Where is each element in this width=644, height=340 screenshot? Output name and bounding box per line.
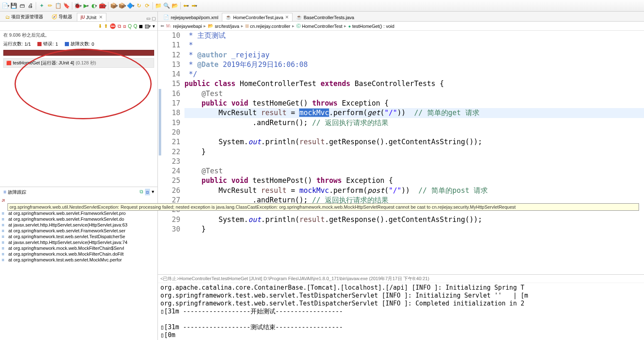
stack-frame[interactable]: ≡at org.springframework.test.web.servlet… [2,257,156,263]
breadcrumb-project[interactable]: M↓ rejiejaywebapi [166,24,202,29]
method-icon: ● [348,24,351,29]
next-failure-icon[interactable]: ⬇ [98,23,102,29]
coverage-icon[interactable]: ◐▾ [91,2,98,10]
tab-label: 导航器 [59,14,72,20]
left-view-tabs: 🗂 项目资源管理器 🧭 导航器 jU JUnit ✕ ▭ ▢ [0,12,157,22]
console-output[interactable]: org.apache.catalina.core.ContainerBase.[… [158,283,644,340]
maximize-icon[interactable]: ▢ [152,16,156,21]
code-content[interactable]: * 主页测试 * * @author _rejeijay * @Date 201… [184,31,644,274]
failures-value: 0 [92,42,94,47]
filter-icon[interactable]: ⧈ [145,189,150,195]
minimize-icon[interactable]: ▭ [146,16,150,21]
close-icon[interactable]: ✕ [285,15,289,20]
test-result-item[interactable]: 🟥 testHomeGet [运行器: JUnit 4] (0.128 秒) [3,58,154,68]
compare-icon[interactable]: ⧉ [140,189,143,195]
stack-frame-icon: ≡ [2,257,7,262]
failure-trace-header: ≡ 故障跟踪 ⧉ ⧈ ▾ [0,187,157,197]
new-icon[interactable]: 📄▾ [2,2,9,10]
stack-icon: ≡ [3,189,6,195]
breadcrumb-method[interactable]: ● testHomeGet() : void [348,24,394,29]
type-icon[interactable]: 🔷▾ [127,2,134,10]
tab-label: 项目资源管理器 [11,14,43,20]
package-icon[interactable]: 📦▾ [118,2,126,10]
refresh-icon[interactable]: ⟳ [143,2,151,10]
launch-icon[interactable]: 📦▾ [110,2,118,10]
rerun-icon[interactable]: ⧉ [118,23,121,29]
save-icon[interactable]: 💾 [10,2,17,10]
save-all-icon[interactable]: 🗃 [18,2,26,10]
layout-icon[interactable]: ▤▾ [145,23,151,29]
run-icon[interactable]: ▶▾ [82,2,90,10]
right-panel: 📄 rejiejaywebapi/pom.xml ☕ HomeControlle… [158,12,644,340]
print-icon[interactable]: 🖨 [27,2,34,10]
rerun-failed-icon[interactable]: ⧈ [123,23,126,29]
breadcrumb-package[interactable]: ⊞ cn.rejiejay.controller [245,23,290,29]
console-title: HomeControllerTest.testHomeGet [JUnit] D… [179,276,429,282]
tab-junit[interactable]: jU JUnit ✕ [77,13,106,21]
bookmark-icon[interactable]: 🔖 [63,2,70,10]
stack-frame[interactable]: ≡at org.springframework.web.servlet.Fram… [2,228,156,234]
debug-icon[interactable]: 🐞▾ [74,2,81,10]
class-icon: Ⓒ [296,23,301,29]
tab-project-explorer[interactable]: 🗂 项目资源管理器 [2,12,47,21]
collapse-icon[interactable]: ▾ [152,189,154,195]
prev-failure-icon[interactable]: ⬆ [104,23,108,29]
back-icon[interactable]: ⬅ [160,23,164,29]
junit-status: 在 9.036 秒之后完成。 [0,31,157,39]
forward-icon[interactable]: ➡▾ [191,2,198,10]
stack-frame-icon: ≡ [2,251,7,256]
show-failures-icon[interactable]: Q [128,23,132,29]
test-name: testHomeGet [运行器: JUnit 4] [13,60,74,66]
search-icon[interactable]: ✦ [38,2,45,10]
errors-label: 错误: [43,41,54,47]
stack-frame-icon: ≡ [2,217,7,222]
close-icon[interactable]: ✕ [99,15,103,20]
sync-icon[interactable]: ↻ [135,2,143,10]
junit-counters: 运行次数: 1/1 错误: 1 故障次数: 0 [0,39,157,48]
find-icon[interactable]: 🔍 [163,2,170,10]
editor-tab-pom[interactable]: 📄 rejiejaywebapi/pom.xml [160,13,222,21]
stop-icon[interactable]: ⛔ [110,23,116,29]
main-toolbar: 📄▾ 💾 🗃 🖨 ✦ ✏ 📋 🔖 🐞▾ ▶▾ ◐▾ 🧰▾ 📦▾ 📦▾ 🔷▾ ↻ … [0,0,644,12]
left-panel: 🗂 项目资源管理器 🧭 导航器 jU JUnit ✕ ▭ ▢ ⬇ ⬆ [0,12,158,340]
source-folder-icon: 📂 [208,23,214,29]
stack-frame[interactable]: ≡at org.springframework.web.servlet.Fram… [2,216,156,222]
breadcrumb-src[interactable]: 📂 src/test/java [208,23,239,29]
external-icon[interactable]: 🧰▾ [99,2,106,10]
runs-label: 运行次数: [3,41,23,47]
stack-frame[interactable]: ≡at org.springframework.mock.web.MockFil… [2,251,156,257]
menu-icon[interactable]: ▾ [152,23,155,29]
pin-icon[interactable]: ◼ [139,23,143,29]
folder-icon: 🗂 [5,15,10,20]
editor-tab-home-controller-test[interactable]: ☕ HomeControllerTest.java ✕ [222,13,292,21]
tab-label: rejiejaywebapi/pom.xml [171,15,218,20]
breadcrumb-class[interactable]: Ⓒ HomeControllerTest [296,23,342,29]
stack-frame[interactable]: ≡at org.springframework.web.servlet.Fram… [2,210,156,216]
exception-icon: J! [2,198,7,202]
compass-icon: 🧭 [52,14,57,20]
highlight-icon[interactable]: ✏ [46,2,54,10]
console-panel: <已终止> HomeControllerTest.testHomeGet [JU… [158,274,644,340]
junit-progress-bar [3,50,154,56]
note-icon[interactable]: 📋 [54,2,62,10]
stack-frame[interactable]: ≡at org.springframework.test.web.servlet… [2,234,156,239]
stack-frame-icon: ≡ [2,222,7,227]
tab-navigator[interactable]: 🧭 导航器 [48,12,76,21]
stack-frame-icon: ≡ [2,211,7,216]
folder-icon[interactable]: 📁 [155,2,162,10]
open-icon[interactable]: 📂 [171,2,179,10]
stack-frame[interactable]: ≡at javax.servlet.http.HttpServlet.servi… [2,239,156,245]
stack-line[interactable]: J! [2,198,156,203]
failure-icon [65,42,69,46]
failures-label: 故障次数: [71,41,90,47]
test-icon: 🟥 [6,61,11,65]
breadcrumb: ⬅ M↓ rejiejaywebapi ▸ 📂 src/test/java ▸ … [158,22,644,31]
stack-frame[interactable]: ≡at org.springframework.mock.web.MockFil… [2,245,156,251]
editor-tab-base-controller-tests[interactable]: ☕ BaseControllerTests.java [293,13,358,21]
code-editor[interactable]: 1011121314 1516171819 2021222324 2526272… [158,31,644,274]
java-icon: ☕ [226,15,231,20]
history-icon[interactable]: Q̣ [133,23,137,29]
back-icon[interactable]: ⬅▾ [182,2,190,10]
junit-icon: jU [81,15,85,20]
stack-frame[interactable]: ≡at javax.servlet.http.HttpServlet.servi… [2,222,156,228]
